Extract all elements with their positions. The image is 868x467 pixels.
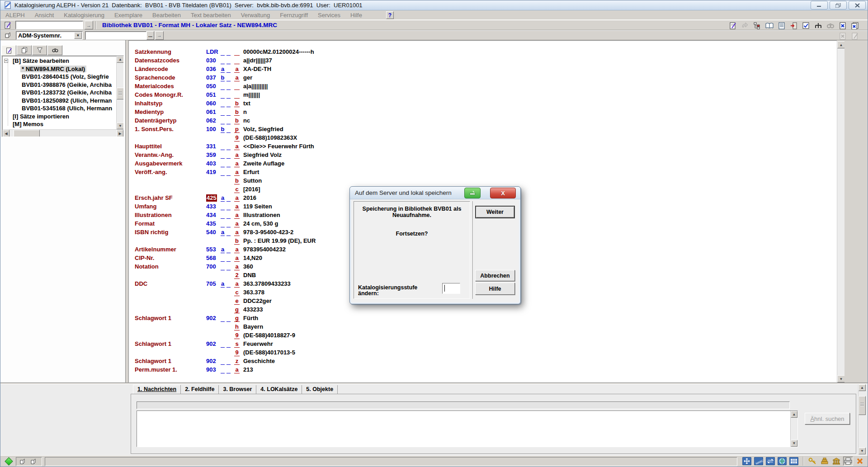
lower-pane-tab[interactable]: 3. Browser — [219, 385, 256, 394]
delete-records-icon[interactable] — [849, 21, 860, 30]
search-input[interactable] — [85, 31, 146, 40]
field-indicators[interactable] — [221, 212, 231, 219]
tree-item[interactable]: − BVB01-3988876 (Geikie, Archiba — [2, 81, 116, 89]
field-indicators[interactable] — [221, 151, 231, 159]
menu-item[interactable]: Text bearbeiten — [186, 12, 236, 19]
subfield-code[interactable]: h — [234, 323, 240, 330]
field-tag[interactable]: 030 — [206, 57, 221, 64]
restore-button[interactable] — [830, 1, 847, 9]
menu-item[interactable]: Fernzugriff — [275, 12, 313, 19]
field-value[interactable]: a||dr||||||37 — [243, 57, 272, 64]
field-tag[interactable]: 037 — [206, 74, 221, 81]
field-tag[interactable]: LDR — [206, 48, 221, 56]
field-indicators[interactable] — [221, 48, 231, 56]
tree-horizontal-scrollbar[interactable]: ◀ ▶ — [2, 129, 123, 137]
field-value[interactable]: 119 Seiten — [243, 203, 272, 210]
lower-pane-scrollbar[interactable]: ▲ ▼ — [858, 384, 865, 454]
field-tag[interactable]: 060 — [206, 100, 221, 107]
help-icon[interactable]: ? — [386, 11, 394, 19]
field-value[interactable]: 213 — [243, 366, 253, 373]
cancel-button[interactable]: Abbrechen — [475, 270, 515, 281]
collapse-icon[interactable]: − — [4, 59, 8, 63]
field-value[interactable]: 14,N20 — [243, 255, 262, 262]
field-tag[interactable]: 062 — [206, 117, 221, 124]
menu-item[interactable]: Bearbeiten — [147, 12, 186, 19]
field-value[interactable]: 978-3-95400-423-2 — [243, 229, 293, 236]
field-indicators[interactable] — [221, 186, 231, 193]
menu-item[interactable]: Verwaltung — [236, 12, 275, 19]
field-indicators[interactable] — [221, 134, 231, 142]
subfield-code[interactable]: a — [234, 194, 240, 202]
messages-list[interactable]: ▲ ▼ — [137, 410, 798, 447]
continue-button[interactable]: Weiter — [475, 206, 515, 218]
field-value[interactable]: DDC22ger — [243, 297, 272, 305]
subfield-code[interactable]: a — [234, 212, 240, 219]
edit-document-icon[interactable] — [727, 21, 738, 30]
field-tag[interactable]: 705 — [206, 280, 221, 288]
tree-item[interactable]: − BVB01-18250892 (Ulich, Herman — [2, 97, 116, 105]
field-indicators[interactable] — [221, 263, 231, 270]
field-indicators[interactable]: a — [221, 229, 231, 236]
tree-item[interactable]: − [M] Memos — [2, 120, 116, 128]
field-indicators[interactable] — [221, 366, 231, 373]
menu-item[interactable]: Exemplare — [109, 12, 147, 19]
swap-arrows-icon[interactable] — [765, 457, 775, 466]
panel-splitter[interactable] — [125, 40, 129, 383]
field-value[interactable]: txt — [243, 100, 250, 107]
bank-icon[interactable] — [831, 457, 841, 466]
subfield-code[interactable]: 2 — [234, 272, 240, 279]
tree-vertical-scrollbar[interactable]: ▲ ▼ — [116, 56, 123, 129]
edit-record-icon[interactable] — [2, 21, 13, 29]
field-indicators[interactable] — [221, 160, 231, 167]
tree-item[interactable]: − BVB01-28640415 (Volz, Siegfrie — [2, 73, 116, 81]
field-indicators[interactable]: a — [221, 280, 231, 288]
open-book-icon[interactable] — [764, 21, 775, 30]
field-value[interactable]: 363.378 — [243, 289, 264, 296]
subfield-code[interactable]: a — [234, 255, 240, 262]
tab-editor[interactable] — [1, 45, 16, 56]
lower-pane-tab[interactable]: 2. Feldhilfe — [181, 385, 219, 394]
close-record-icon[interactable] — [788, 21, 799, 30]
subfield-code[interactable]: a — [234, 280, 240, 288]
field-indicators[interactable] — [221, 306, 231, 313]
tab-import[interactable] — [32, 45, 47, 55]
field-value[interactable]: <<Die>> Feuerwehr Fürth — [243, 143, 314, 150]
move-mode-icon[interactable] — [742, 457, 752, 466]
tree-item[interactable]: − * NEW894.MRC (Lokal) — [2, 65, 116, 73]
subfield-code[interactable]: e — [234, 297, 240, 305]
close-button[interactable] — [849, 1, 866, 9]
field-tag[interactable]: 568 — [206, 255, 221, 262]
subfield-code[interactable]: b — [234, 237, 240, 245]
lower-pane-tab[interactable]: 5. Objekte — [302, 385, 338, 394]
subfield-code[interactable]: a — [234, 263, 240, 270]
load-record-icon[interactable] — [740, 21, 750, 30]
globe-icon[interactable] — [777, 457, 787, 466]
subfield-code[interactable]: c — [234, 186, 240, 193]
field-value[interactable]: 433233 — [243, 306, 263, 313]
chevron-down-icon[interactable]: ▼ — [74, 32, 82, 39]
field-indicators[interactable] — [221, 237, 231, 245]
tree-item[interactable]: − [I] Sätze importieren — [2, 113, 116, 121]
record-vertical-scrollbar[interactable]: ▲ ▼ — [837, 41, 844, 382]
field-tag[interactable]: 903 — [206, 366, 221, 373]
subfield-code[interactable]: a — [234, 229, 240, 236]
field-value[interactable]: Sutton — [243, 177, 262, 184]
subfield-code[interactable]: a — [234, 169, 240, 176]
field-indicators[interactable] — [221, 91, 231, 99]
tab-copy[interactable] — [17, 45, 32, 55]
search-type-select[interactable]: ADM-Systemnr. ▼ — [16, 31, 83, 40]
field-tag[interactable]: 902 — [206, 358, 221, 365]
subfield-code[interactable]: z — [234, 358, 240, 365]
browse-more-button[interactable]: ... — [146, 31, 154, 40]
field-value[interactable]: a|a|||||||||| — [243, 83, 268, 90]
tree-item[interactable]: − [B] Sätze bearbeiten — [2, 57, 116, 65]
tree-view-icon[interactable] — [752, 21, 763, 30]
field-indicators[interactable] — [221, 289, 231, 296]
field-value[interactable]: Zweite Auflage — [243, 160, 284, 167]
field-indicators[interactable] — [221, 255, 231, 262]
record-bar-input[interactable] — [15, 21, 83, 29]
field-value[interactable]: (DE-588)4018827-9 — [243, 332, 295, 339]
field-tag[interactable]: 553 — [206, 246, 221, 253]
field-value[interactable]: 00000cM2.01200024------h — [243, 48, 314, 56]
search-similar-button[interactable]: Ähnl. suchen — [805, 413, 850, 425]
